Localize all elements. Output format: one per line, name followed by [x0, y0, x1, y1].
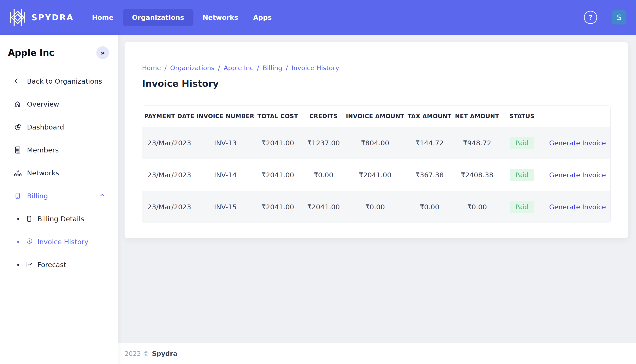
footer-brand: Spydra — [152, 350, 177, 358]
home-icon — [14, 100, 22, 108]
building-icon — [14, 146, 22, 154]
invoice-history-card: Home / Organizations / Apple Inc / Billi… — [125, 42, 628, 238]
user-avatar[interactable]: S — [612, 10, 626, 24]
breadcrumb-organizations[interactable]: Organizations — [170, 64, 214, 72]
sidebar-item-invoice-history[interactable]: Invoice History — [0, 230, 118, 253]
top-nav: Home Organizations Networks Apps — [86, 9, 277, 26]
generate-invoice-link[interactable]: Generate Invoice — [549, 139, 606, 147]
navbar-right: ? S — [584, 10, 626, 24]
header-status: STATUS — [499, 106, 545, 127]
table-row: 23/Mar/2023 INV-13 ₹2041.00 ₹1237.00 ₹80… — [142, 127, 610, 159]
cell-invoice-number: INV-13 — [196, 127, 254, 159]
sidebar-item-networks[interactable]: Networks — [0, 162, 118, 184]
header-invoice-number: INVOICE NUMBER — [196, 106, 254, 127]
page-title: Invoice History — [142, 78, 610, 89]
cell-payment-date: 23/Mar/2023 — [142, 127, 196, 159]
sidebar-item-label: Members — [27, 146, 59, 154]
sidebar-item-billing[interactable]: Billing — [0, 184, 118, 207]
breadcrumb-billing[interactable]: Billing — [262, 64, 282, 72]
status-badge: Paid — [510, 137, 534, 149]
cell-invoice-amount: ₹2041.00 — [346, 159, 404, 191]
cell-tax-amount: ₹144.72 — [404, 127, 455, 159]
cell-credits: ₹0.00 — [301, 159, 346, 191]
bullet-dot — [17, 264, 19, 266]
spydra-logo-icon — [8, 8, 27, 27]
brand[interactable]: SPYDRA — [8, 8, 74, 27]
sidebar-item-label: Invoice History — [37, 238, 88, 246]
sidebar-collapse-button[interactable]: » — [96, 46, 109, 59]
pie-chart-icon — [14, 123, 22, 131]
cell-invoice-number: INV-14 — [196, 159, 254, 191]
header-invoice-amount: INVOICE AMOUNT — [346, 106, 404, 127]
sidebar-item-overview[interactable]: Overview — [0, 93, 118, 116]
cell-invoice-amount: ₹0.00 — [346, 191, 404, 223]
help-icon[interactable]: ? — [584, 11, 597, 24]
cell-payment-date: 23/Mar/2023 — [142, 191, 196, 223]
sidebar-item-forecast[interactable]: Forecast — [0, 253, 118, 276]
table-header-row: PAYMENT DATE INVOICE NUMBER TOTAL COST C… — [142, 106, 610, 127]
status-badge: Paid — [510, 201, 534, 213]
breadcrumb-separator: / — [218, 64, 220, 72]
breadcrumb-home[interactable]: Home — [142, 64, 161, 72]
header-net-amount: NET AMOUNT — [455, 106, 499, 127]
bullet-dot — [17, 241, 19, 243]
sidebar-item-billing-details[interactable]: Billing Details — [0, 207, 118, 230]
sidebar-nav: Back to Organizations Overview Dashboard — [0, 70, 118, 276]
cell-total-cost: ₹2041.00 — [254, 127, 301, 159]
status-badge: Paid — [510, 169, 534, 181]
chevron-up-icon[interactable] — [99, 192, 106, 200]
sidebar-item-label: Overview — [27, 100, 59, 108]
invoice-table: PAYMENT DATE INVOICE NUMBER TOTAL COST C… — [142, 106, 610, 223]
footer-copyright: 2023 © — [125, 350, 149, 358]
cell-net-amount: ₹948.72 — [455, 127, 499, 159]
header-credits: CREDITS — [301, 106, 346, 127]
cell-credits: ₹2041.00 — [301, 191, 346, 223]
page-footer: 2023 © Spydra — [118, 343, 636, 364]
sidebar-item-label: Billing Details — [37, 215, 84, 223]
generate-invoice-link[interactable]: Generate Invoice — [549, 203, 606, 211]
top-navbar: SPYDRA Home Organizations Networks Apps … — [0, 0, 636, 35]
history-icon — [26, 238, 33, 246]
nav-networks[interactable]: Networks — [197, 9, 244, 26]
cell-total-cost: ₹2041.00 — [254, 191, 301, 223]
sidebar-item-label: Back to Organizations — [27, 77, 102, 85]
org-name: Apple Inc — [8, 48, 54, 58]
arrow-left-icon — [14, 77, 22, 85]
nav-organizations[interactable]: Organizations — [123, 9, 193, 26]
header-action — [545, 106, 610, 127]
sidebar-item-dashboard[interactable]: Dashboard — [0, 116, 118, 138]
bullet-dot — [17, 218, 19, 220]
header-total-cost: TOTAL COST — [254, 106, 301, 127]
breadcrumb-apple-inc[interactable]: Apple Inc — [224, 64, 253, 72]
cell-tax-amount: ₹0.00 — [404, 191, 455, 223]
table-row: 23/Mar/2023 INV-15 ₹2041.00 ₹2041.00 ₹0.… — [142, 191, 610, 223]
breadcrumb-separator: / — [257, 64, 259, 72]
cell-net-amount: ₹0.00 — [455, 191, 499, 223]
breadcrumb-separator: / — [286, 64, 288, 72]
sidebar-item-label: Dashboard — [27, 123, 64, 131]
sidebar-item-label: Billing — [27, 192, 48, 200]
header-tax-amount: TAX AMOUNT — [404, 106, 455, 127]
billing-details-icon — [26, 215, 33, 222]
sidebar: Apple Inc » Back to Organizations Overvi… — [0, 35, 118, 364]
billing-document-icon — [14, 192, 22, 200]
main-content: Home / Organizations / Apple Inc / Billi… — [118, 35, 636, 343]
sidebar-item-label: Networks — [27, 169, 59, 177]
cell-tax-amount: ₹367.38 — [404, 159, 455, 191]
sidebar-item-members[interactable]: Members — [0, 138, 118, 162]
cell-invoice-number: INV-15 — [196, 191, 254, 223]
table-row: 23/Mar/2023 INV-14 ₹2041.00 ₹0.00 ₹2041.… — [142, 159, 610, 191]
cell-payment-date: 23/Mar/2023 — [142, 159, 196, 191]
line-chart-icon — [26, 261, 33, 268]
cell-net-amount: ₹2408.38 — [455, 159, 499, 191]
brand-name: SPYDRA — [31, 13, 74, 22]
breadcrumb: Home / Organizations / Apple Inc / Billi… — [142, 64, 610, 72]
breadcrumb-invoice-history[interactable]: Invoice History — [291, 64, 339, 72]
sidebar-item-back-to-organizations[interactable]: Back to Organizations — [0, 70, 118, 93]
sidebar-item-label: Forecast — [37, 261, 66, 269]
generate-invoice-link[interactable]: Generate Invoice — [549, 171, 606, 179]
nav-apps[interactable]: Apps — [247, 9, 277, 26]
nav-home[interactable]: Home — [86, 9, 119, 26]
cell-total-cost: ₹2041.00 — [254, 159, 301, 191]
cell-credits: ₹1237.00 — [301, 127, 346, 159]
